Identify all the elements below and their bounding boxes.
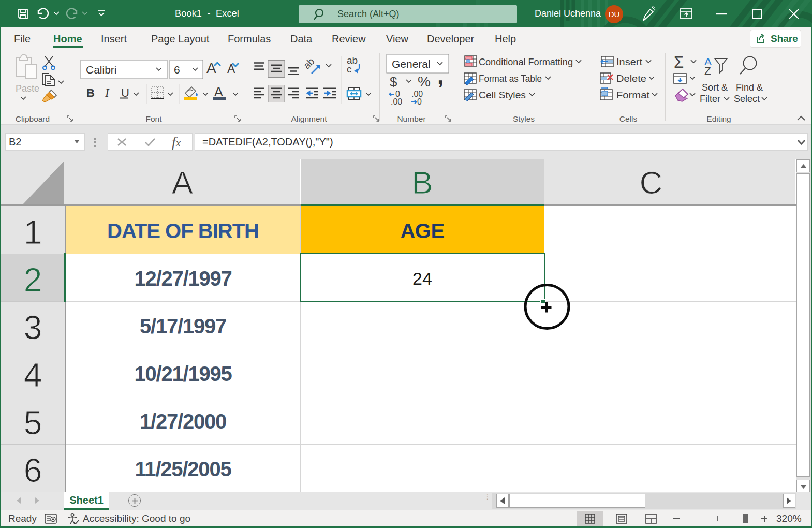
svg-text:,: , (437, 63, 444, 89)
svg-text:U: U (121, 86, 129, 99)
svg-text:Format as Table: Format as Table (479, 74, 542, 84)
svg-text:I: I (105, 86, 110, 99)
svg-text:Find &: Find & (736, 82, 763, 93)
svg-text:Conditional Formatting: Conditional Formatting (479, 57, 573, 67)
svg-text:Σ: Σ (674, 53, 684, 71)
svg-text:%: % (418, 74, 431, 90)
svg-text:Calibri: Calibri (86, 64, 117, 76)
svg-text:Cell Styles: Cell Styles (479, 90, 526, 100)
svg-text:6: 6 (174, 64, 180, 76)
svg-text:$: $ (390, 74, 397, 90)
svg-text:Delete: Delete (616, 74, 646, 84)
svg-text:Filter: Filter (700, 94, 720, 104)
svg-text:Paste: Paste (16, 83, 39, 94)
svg-text:0: 0 (417, 97, 422, 106)
svg-text:Format: Format (616, 90, 649, 100)
svg-text:General: General (392, 58, 431, 70)
svg-text:B: B (86, 86, 95, 99)
svg-text:ab: ab (301, 56, 317, 71)
svg-text:A: A (214, 84, 223, 99)
svg-text:.00: .00 (391, 97, 402, 106)
svg-text:Select: Select (734, 94, 760, 104)
svg-text:Insert: Insert (616, 57, 642, 67)
svg-text:Sort &: Sort & (702, 82, 728, 93)
svg-text:Z: Z (704, 65, 711, 77)
svg-text:A: A (206, 60, 216, 76)
svg-text:c: c (347, 64, 352, 75)
